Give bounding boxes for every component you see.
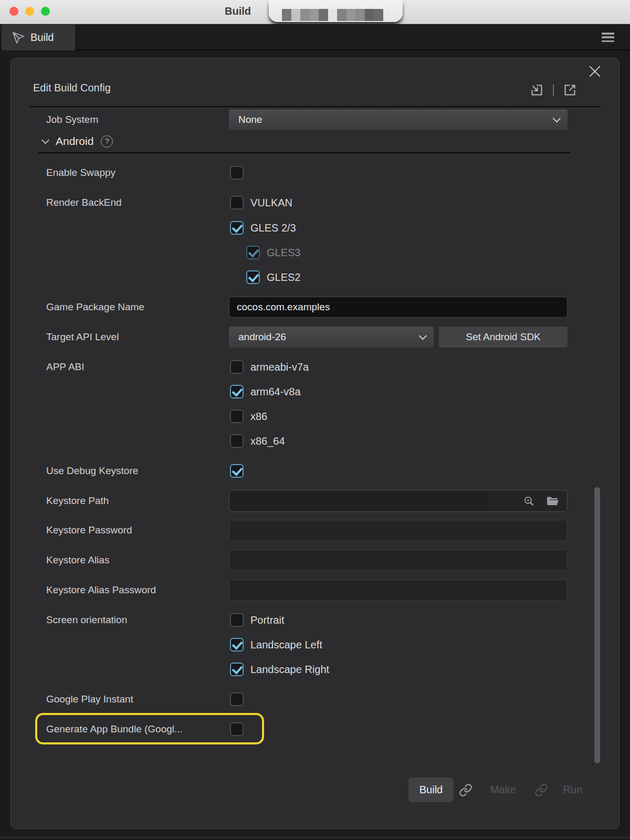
form-row-gles3: GLES3: [46, 243, 568, 262]
form-row-job-system: Job System None: [46, 108, 568, 131]
target-api-level-select[interactable]: android-26: [229, 327, 434, 348]
form-row-app-abi: APP ABI armeabi-v7a: [46, 358, 568, 376]
use-debug-keystore-checkbox[interactable]: [230, 464, 244, 478]
section-rule: [38, 152, 570, 153]
landscape-right-checkbox[interactable]: [230, 663, 244, 676]
field-label: Keystore Password: [46, 524, 229, 536]
select-value: None: [238, 114, 262, 125]
edit-build-config-dialog: Edit Build Config Job System None Androi…: [10, 58, 620, 829]
google-play-instant-checkbox[interactable]: [230, 692, 244, 706]
chevron-down-icon: [41, 135, 50, 144]
keystore-alias-password-input[interactable]: [229, 580, 568, 601]
tab-label: Build: [30, 32, 54, 44]
landscape-left-checkbox[interactable]: [230, 638, 244, 652]
redaction-mosaic: [282, 9, 383, 21]
field-label: Keystore Path: [46, 495, 229, 507]
dialog-title: Edit Build Config: [33, 82, 111, 94]
field-label: Game Package Name: [46, 301, 229, 313]
field-label: Use Debug Keystore: [46, 465, 229, 477]
dialog-header-actions: [530, 83, 577, 97]
field-label: Screen orientation: [46, 614, 229, 626]
export-config-icon[interactable]: [563, 83, 577, 97]
zoom-window-button[interactable]: [41, 7, 50, 16]
tabbar: Build: [0, 25, 630, 50]
form-row-keystore-password: Keystore Password: [46, 519, 568, 542]
import-config-icon[interactable]: [530, 83, 544, 97]
form-row-render-backend: Render BackEnd VULKAN: [46, 193, 568, 212]
enable-swappy-checkbox[interactable]: [230, 166, 244, 180]
portrait-checkbox[interactable]: [230, 613, 244, 627]
locate-icon[interactable]: [522, 495, 536, 508]
keystore-password-input[interactable]: [229, 520, 568, 541]
section-title: Android: [56, 135, 93, 148]
keystore-path-value: [230, 491, 489, 511]
form-row-gles23: GLES 2/3: [46, 218, 568, 237]
gles23-checkbox[interactable]: [230, 221, 244, 235]
scrollbar-thumb[interactable]: [594, 487, 600, 763]
header-rule: [29, 106, 601, 107]
chevron-down-icon: [419, 331, 427, 340]
minimize-window-button[interactable]: [25, 7, 34, 16]
job-system-select[interactable]: None: [229, 109, 568, 130]
form-row-generate-app-bundle: Generate App Bundle (Googl...: [46, 720, 568, 739]
close-window-button[interactable]: [9, 7, 18, 16]
form-row-x86-64: x86_64: [46, 432, 568, 450]
make-button[interactable]: Make: [478, 778, 528, 802]
paper-plane-icon: [12, 32, 25, 44]
game-package-name-input[interactable]: [229, 297, 568, 318]
keystore-alias-input[interactable]: [229, 550, 568, 571]
form-row-landscape-right: Landscape Right: [46, 660, 568, 679]
header-divider: [553, 85, 554, 96]
vulkan-checkbox[interactable]: [230, 196, 244, 209]
form-row-target-api-level: Target API Level android-26 Set Android …: [46, 326, 568, 349]
form-row-use-debug-keystore: Use Debug Keystore: [46, 461, 568, 480]
form-row-arm64: arm64-v8a: [46, 382, 568, 401]
form-row-gles2: GLES2: [46, 268, 568, 287]
field-label: Job System: [46, 114, 229, 125]
keystore-path-input[interactable]: [229, 490, 568, 512]
field-label: Enable Swappy: [46, 167, 229, 178]
field-label: Render BackEnd: [46, 197, 229, 208]
window-bottom-rule: [0, 837, 630, 838]
form-row-enable-swappy: Enable Swappy: [46, 163, 568, 182]
field-label: Keystore Alias: [46, 554, 229, 566]
link-icon: [534, 783, 548, 797]
gles2-checkbox[interactable]: [246, 270, 260, 284]
field-label: Generate App Bundle (Googl...: [46, 723, 229, 735]
form-row-google-play-instant: Google Play Instant: [46, 690, 568, 709]
form-row-keystore-alias-password: Keystore Alias Password: [46, 579, 568, 602]
gles3-checkbox[interactable]: [246, 246, 260, 259]
window-title: Build: [225, 5, 251, 17]
arm64-v8a-checkbox[interactable]: [230, 385, 244, 398]
field-label: Keystore Alias Password: [46, 584, 229, 596]
set-android-sdk-button[interactable]: Set Android SDK: [439, 327, 568, 348]
field-label: Target API Level: [46, 331, 229, 343]
close-icon[interactable]: [587, 64, 602, 79]
tab-build[interactable]: Build: [2, 25, 75, 50]
menu-icon[interactable]: [602, 32, 614, 43]
section-android[interactable]: Android ?: [43, 132, 113, 151]
chevron-down-icon: [553, 114, 561, 122]
field-label: APP ABI: [46, 361, 229, 373]
form-row-game-package-name: Game Package Name: [46, 296, 568, 319]
link-icon: [459, 783, 472, 797]
form-row-landscape-left: Landscape Left: [46, 635, 568, 654]
app-window: Build Build Edit Build Config Job System: [0, 0, 630, 840]
form-row-keystore-alias: Keystore Alias: [46, 549, 568, 572]
form-row-x86: x86: [46, 407, 568, 426]
redacted-area: [269, 0, 403, 22]
help-icon[interactable]: ?: [101, 135, 113, 148]
titlebar: Build: [0, 0, 630, 24]
field-label: Google Play Instant: [46, 694, 229, 705]
armeabi-v7a-checkbox[interactable]: [230, 360, 244, 374]
build-button[interactable]: Build: [408, 778, 454, 802]
x86-64-checkbox[interactable]: [230, 434, 244, 448]
form-row-screen-orientation: Screen orientation Portrait: [46, 611, 568, 629]
generate-app-bundle-checkbox[interactable]: [230, 722, 244, 736]
folder-icon[interactable]: [546, 494, 560, 508]
form-row-keystore-path: Keystore Path: [46, 489, 568, 513]
select-value: android-26: [238, 331, 286, 343]
x86-checkbox[interactable]: [230, 410, 244, 423]
run-button[interactable]: Run: [553, 778, 593, 802]
